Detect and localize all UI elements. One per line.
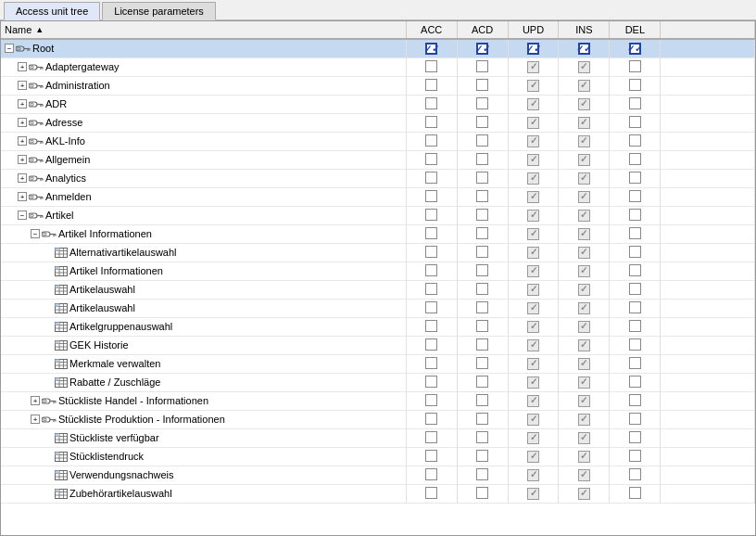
table-row[interactable]: − Artikel ✓ ✓ — [1, 206, 755, 224]
checkbox[interactable] — [629, 394, 641, 406]
checkbox[interactable] — [425, 246, 437, 258]
checkbox[interactable]: ✓ — [527, 414, 539, 426]
table-row[interactable]: GEK Historie ✓ ✓ — [1, 336, 755, 354]
table-row[interactable]: Artikelgruppenauswahl ✓ ✓ — [1, 317, 755, 336]
checkbox[interactable] — [425, 134, 437, 147]
checkbox[interactable]: ✓ — [527, 117, 539, 129]
checkbox[interactable]: ✓ — [527, 210, 539, 222]
checkbox[interactable]: ✓ — [578, 117, 590, 129]
checkbox[interactable] — [629, 116, 641, 128]
checkbox[interactable] — [629, 153, 641, 165]
checkbox[interactable] — [629, 357, 641, 369]
checkbox[interactable] — [476, 338, 488, 351]
checkbox[interactable] — [476, 376, 488, 388]
checkbox[interactable]: ✓ — [578, 358, 590, 370]
checkbox[interactable] — [476, 190, 488, 202]
checkbox[interactable]: ✓ — [527, 432, 539, 444]
checkbox[interactable] — [629, 450, 641, 462]
table-row[interactable]: − Artikel Informationen ✓ ✓ — [1, 224, 755, 243]
checkbox[interactable]: ✓ — [578, 265, 590, 277]
checkbox[interactable] — [629, 468, 641, 480]
table-row[interactable]: Artikelauswahl ✓ ✓ — [1, 280, 755, 299]
checkbox[interactable]: ✓ — [527, 61, 539, 73]
checkbox[interactable] — [629, 134, 641, 147]
checkbox[interactable]: ✓ — [578, 432, 590, 444]
expand-button[interactable]: + — [18, 192, 27, 201]
table-row[interactable]: + Administration ✓ ✓ — [1, 76, 755, 95]
checkbox[interactable] — [629, 97, 641, 109]
checkbox[interactable] — [476, 450, 488, 462]
expand-button[interactable]: + — [18, 81, 27, 90]
table-row[interactable]: Artikel Informationen ✓ ✓ — [1, 262, 755, 280]
checkbox[interactable]: ✓ — [527, 339, 539, 351]
table-row[interactable]: + AKL-Info ✓ ✓ — [1, 132, 755, 150]
table-row[interactable]: + Stückliste Produktion - Informationen … — [1, 410, 755, 428]
checkbox[interactable] — [629, 487, 641, 499]
table-row[interactable]: Rabatte / Zuschläge ✓ ✓ — [1, 373, 755, 391]
checkbox[interactable]: ✓ — [578, 172, 590, 185]
expand-button[interactable]: + — [18, 155, 27, 164]
expand-button[interactable]: + — [18, 99, 27, 108]
checkbox[interactable] — [476, 301, 488, 313]
checkbox[interactable]: ✓ — [578, 395, 590, 407]
checkbox[interactable] — [476, 468, 488, 480]
checkbox[interactable] — [425, 116, 437, 128]
expand-button[interactable]: − — [5, 44, 14, 53]
checkbox[interactable] — [629, 413, 641, 425]
checkbox[interactable]: ✓ — [527, 321, 539, 333]
checkbox[interactable] — [629, 283, 641, 295]
checkbox[interactable]: ✓ — [527, 395, 539, 407]
checkbox[interactable] — [629, 172, 641, 184]
checkbox[interactable] — [425, 153, 437, 165]
checkbox[interactable]: ✓ — [578, 414, 590, 426]
expand-button[interactable]: + — [31, 415, 40, 424]
checkbox[interactable] — [476, 357, 488, 369]
checkbox[interactable] — [629, 376, 641, 388]
checkbox[interactable] — [425, 413, 437, 425]
checkbox[interactable] — [629, 246, 641, 258]
checkbox[interactable]: ✓ — [578, 98, 590, 110]
checkbox[interactable] — [476, 283, 488, 295]
checkbox[interactable]: ✓ — [527, 80, 539, 92]
table-row[interactable]: Merkmale verwalten ✓ ✓ — [1, 354, 755, 373]
checkbox[interactable] — [629, 431, 641, 443]
checkbox[interactable] — [629, 79, 641, 91]
checkbox[interactable]: ✓ — [578, 451, 590, 463]
checkbox[interactable] — [425, 227, 437, 239]
checkbox[interactable]: ✓ — [578, 302, 590, 314]
checkbox[interactable] — [476, 487, 488, 499]
tab-access-unit-tree[interactable]: Access unit tree — [4, 2, 100, 20]
checkbox[interactable]: ✓ — [527, 154, 539, 166]
checkbox[interactable] — [476, 320, 488, 332]
checkbox[interactable]: ✓ — [527, 284, 539, 296]
checkbox[interactable] — [629, 320, 641, 332]
table-row[interactable]: Zubehörartikelauswahl ✓ ✓ — [1, 484, 755, 503]
checkbox[interactable] — [476, 79, 488, 91]
checkbox[interactable] — [425, 450, 437, 462]
checkbox[interactable]: ✓ — [527, 265, 539, 277]
checkbox[interactable] — [425, 487, 437, 499]
checkbox[interactable]: ✓ — [527, 376, 539, 389]
checkbox[interactable]: ✓ — [578, 228, 590, 240]
checkbox[interactable]: ✓ — [578, 469, 590, 481]
checkbox[interactable] — [629, 209, 641, 221]
checkbox[interactable] — [629, 264, 641, 276]
expand-button[interactable]: + — [18, 62, 27, 71]
checkbox[interactable] — [476, 116, 488, 128]
checkbox[interactable] — [629, 227, 641, 239]
checkbox[interactable]: ✓ — [527, 488, 539, 500]
checkbox[interactable] — [425, 320, 437, 332]
table-row[interactable]: Alternativartikelauswahl ✓ ✓ — [1, 243, 755, 262]
checkbox[interactable] — [425, 283, 437, 295]
checkbox[interactable]: ✓ — [578, 284, 590, 296]
checkbox[interactable]: ✓ — [527, 98, 539, 110]
checkbox[interactable] — [629, 60, 641, 72]
table-container[interactable]: Name ▲ ACC ACD UPD INS DEL — [1, 21, 755, 535]
checkbox[interactable]: ✓ — [527, 135, 539, 147]
checkbox[interactable]: ✓ — [578, 43, 590, 55]
checkbox[interactable]: ✓ — [476, 43, 488, 55]
checkbox[interactable]: ✓ — [527, 451, 539, 463]
table-row[interactable]: + Adaptergateway ✓ ✓ — [1, 57, 755, 76]
expand-button[interactable]: + — [31, 396, 40, 405]
checkbox[interactable]: ✓ — [527, 43, 539, 55]
